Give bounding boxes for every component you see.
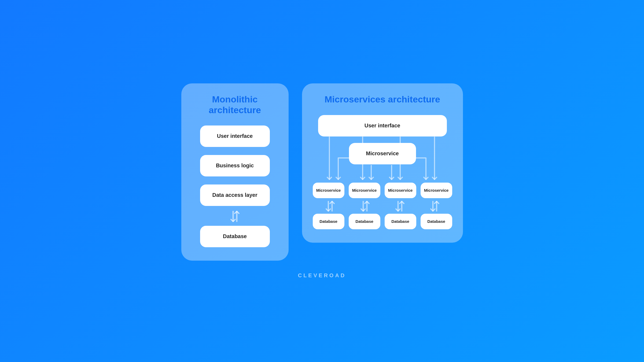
microservices-title: Microservices architecture xyxy=(313,94,452,105)
microservice-box: Microservice xyxy=(313,183,344,198)
monolithic-data-access-layer: Data access layer xyxy=(200,184,270,206)
bidirectional-arrow-icon xyxy=(417,200,452,213)
bidirectional-arrow-icon xyxy=(313,200,348,213)
bidirectional-arrow-icon xyxy=(229,210,241,223)
database-box: Database xyxy=(385,214,416,229)
service-db-arrows-row xyxy=(313,200,452,213)
monolithic-panel: Monolithic architecture User interface B… xyxy=(181,83,289,260)
microservice-box: Microservice xyxy=(349,183,380,198)
monolithic-ui-layer: User interface xyxy=(200,125,270,147)
monolithic-database-layer: Database xyxy=(200,226,270,247)
database-box: Database xyxy=(313,214,344,229)
bidirectional-arrow-icon xyxy=(348,200,382,213)
monolithic-title: Monolithic architecture xyxy=(192,94,278,115)
diagram-panels: Monolithic architecture User interface B… xyxy=(181,83,463,260)
microservices-mid-service: Microservice xyxy=(349,143,416,164)
microservice-box: Microservice xyxy=(385,183,416,198)
database-box: Database xyxy=(421,214,452,229)
microservices-content: User interface xyxy=(313,115,452,229)
microservices-service-row: Microservice Microservice Microservice M… xyxy=(313,183,452,198)
microservices-database-row: Database Database Database Database xyxy=(313,214,452,229)
microservice-box: Microservice xyxy=(421,183,452,198)
microservices-panel: Microservices architecture User interfac… xyxy=(302,83,463,242)
microservices-ui-layer: User interface xyxy=(318,115,447,136)
bidirectional-arrow-icon xyxy=(382,200,417,213)
brand-label: CLEVEROAD xyxy=(298,272,346,279)
monolithic-stack: User interface Business logic Data acces… xyxy=(192,125,278,247)
monolithic-business-layer: Business logic xyxy=(200,155,270,176)
database-box: Database xyxy=(349,214,380,229)
